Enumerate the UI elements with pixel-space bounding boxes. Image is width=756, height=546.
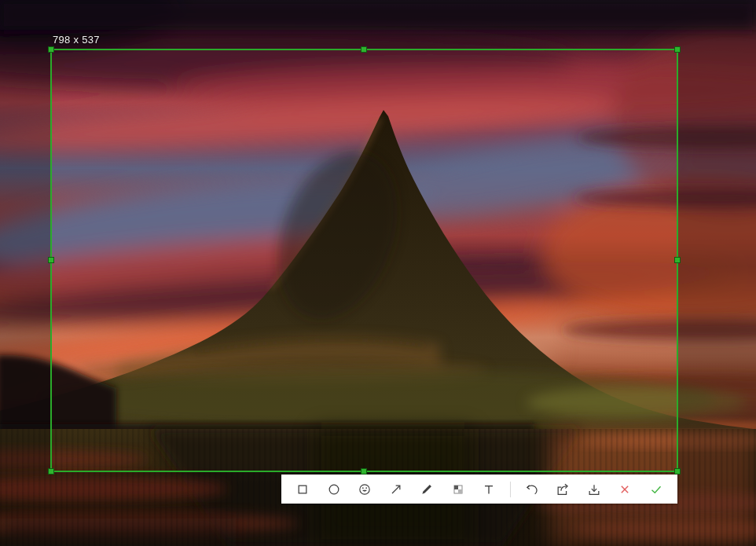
ellipse-tool-button[interactable] [324, 479, 344, 500]
undo-button[interactable] [522, 479, 542, 500]
selection-handle-bottom-middle[interactable] [361, 468, 367, 475]
selection-rectangle[interactable] [50, 49, 678, 472]
share-icon [555, 482, 571, 497]
close-x-icon [617, 482, 633, 497]
check-icon [648, 482, 664, 497]
selection-handle-middle-left[interactable] [48, 257, 54, 263]
download-icon [586, 482, 602, 497]
confirm-button[interactable] [646, 479, 666, 500]
pen-icon [419, 482, 435, 497]
toolbar-divider [510, 482, 511, 497]
arrow-tool-button[interactable] [386, 479, 406, 500]
mosaic-tool-button[interactable] [448, 479, 468, 500]
annotation-toolbar [281, 475, 677, 504]
text-t-icon [481, 482, 497, 497]
rectangle-tool-button[interactable] [292, 479, 313, 500]
save-button[interactable] [584, 479, 604, 500]
cancel-button[interactable] [615, 479, 635, 500]
selection-handle-bottom-right[interactable] [674, 468, 681, 475]
screenshot-capture-overlay: 798 x 537 [0, 0, 756, 546]
undo-icon [524, 482, 540, 497]
pen-tool-button[interactable] [417, 479, 437, 500]
selection-handle-top-middle[interactable] [361, 46, 367, 53]
mosaic-icon [450, 482, 466, 497]
text-tool-button[interactable] [479, 479, 499, 500]
share-button[interactable] [552, 479, 573, 500]
selection-handle-top-left[interactable] [48, 46, 54, 53]
square-icon [295, 482, 310, 497]
selection-size-label: 798 x 537 [53, 34, 100, 46]
selection-handle-top-right[interactable] [674, 46, 681, 53]
selection-handle-bottom-left[interactable] [48, 468, 54, 475]
circle-icon [326, 482, 342, 497]
emoji-tool-button[interactable] [354, 479, 375, 500]
smiley-icon [357, 482, 372, 497]
selection-handle-middle-right[interactable] [674, 257, 681, 263]
arrow-up-right-icon [388, 482, 404, 497]
